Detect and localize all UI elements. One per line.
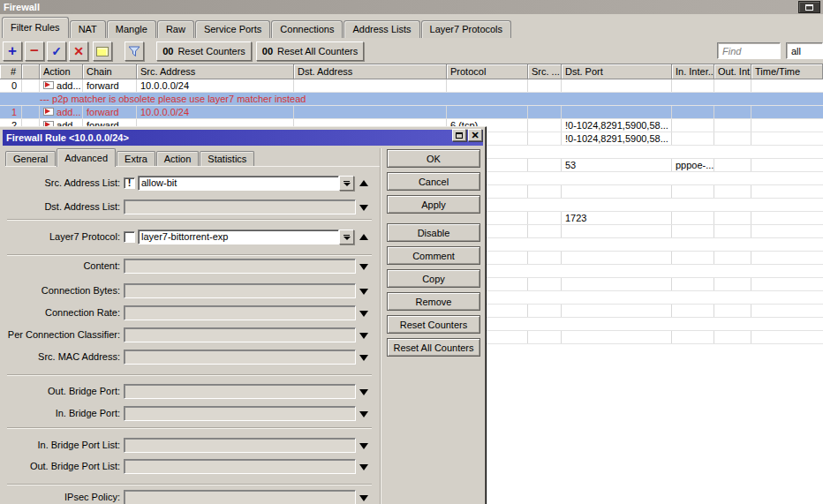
per-connection-classifier-combo[interactable] bbox=[124, 327, 356, 342]
out-bridge-port-combo[interactable] bbox=[124, 384, 356, 399]
dialog-titlebar[interactable]: Firewall Rule <10.0.0.0/24> bbox=[3, 130, 483, 146]
rule-dst-port-cell: !0-1024,8291,5900,58... bbox=[562, 119, 672, 132]
comment-button[interactable]: Comment bbox=[387, 246, 480, 265]
layer7-protocol-input[interactable]: layer7-bittorrent-exp bbox=[138, 229, 339, 244]
col-header-in-interface[interactable]: In. Inter... bbox=[672, 64, 714, 79]
rule-src-cell: 10.0.0.0/24 bbox=[137, 79, 294, 92]
cancel-button[interactable]: Cancel bbox=[387, 172, 480, 191]
col-header-action[interactable]: Action bbox=[40, 64, 83, 79]
dst-address-list-combo[interactable] bbox=[124, 199, 356, 214]
dropdown-arrow-icon[interactable] bbox=[359, 411, 368, 417]
maximize-button[interactable] bbox=[798, 1, 820, 13]
src-address-list-negate-toggle[interactable]: ! bbox=[124, 177, 135, 189]
dialog-tab-advanced[interactable]: Advanced bbox=[57, 148, 116, 167]
collapse-up-arrow-icon[interactable] bbox=[359, 180, 368, 186]
table-row[interactable]: 0 add... forward 10.0.0.0/24 bbox=[0, 79, 823, 93]
tab-mangle[interactable]: Mangle bbox=[107, 20, 156, 38]
tab-connections[interactable]: Connections bbox=[271, 20, 343, 38]
dropdown-arrow-icon[interactable] bbox=[359, 311, 368, 317]
rule-dst-port-cell: !0-1024,8291,5900,58... bbox=[562, 132, 672, 145]
tab-address-lists[interactable]: Address Lists bbox=[344, 20, 419, 38]
dropdown-arrow-icon[interactable] bbox=[359, 389, 368, 395]
dropdown-arrow-icon[interactable] bbox=[359, 355, 368, 361]
main-tab-bar: Filter Rules NAT Mangle Raw Service Port… bbox=[0, 14, 823, 38]
dialog-close-button[interactable]: ✕ bbox=[468, 129, 482, 141]
filter-button[interactable] bbox=[125, 41, 144, 61]
remove-rule-button[interactable]: − bbox=[25, 41, 44, 61]
dropdown-arrow-icon[interactable] bbox=[359, 205, 368, 211]
dropdown-arrow-icon[interactable] bbox=[359, 495, 368, 501]
add-rule-button[interactable]: + bbox=[3, 41, 22, 61]
in-bridge-port-list-label: In. Bridge Port List: bbox=[4, 438, 120, 453]
counters-zero-badge: 00 bbox=[162, 46, 173, 56]
ok-button[interactable]: OK bbox=[387, 149, 480, 168]
funnel-icon bbox=[128, 46, 140, 57]
dialog-tab-general[interactable]: General bbox=[5, 151, 56, 166]
connection-bytes-combo[interactable] bbox=[124, 283, 356, 298]
in-bridge-port-label: In. Bridge Port: bbox=[4, 406, 120, 421]
reset-all-counters-label: Reset All Counters bbox=[277, 46, 358, 56]
dropdown-arrow-icon[interactable] bbox=[359, 264, 368, 270]
dropdown-arrow-icon[interactable] bbox=[359, 333, 368, 339]
col-header-dst-port[interactable]: Dst. Port bbox=[562, 64, 672, 79]
rule-action-cell: add... bbox=[40, 106, 83, 118]
content-combo[interactable] bbox=[124, 259, 356, 274]
connection-rate-combo[interactable] bbox=[124, 305, 356, 320]
dialog-tab-action[interactable]: Action bbox=[156, 151, 200, 166]
layer7-protocol-negate-toggle[interactable] bbox=[124, 231, 135, 243]
col-header-src-address[interactable]: Src. Address bbox=[137, 64, 294, 79]
dropdown-arrow-icon[interactable] bbox=[359, 464, 368, 470]
comment-rule-button[interactable] bbox=[93, 41, 112, 61]
cross-icon: ✕ bbox=[73, 44, 84, 58]
tab-filter-rules[interactable]: Filter Rules bbox=[2, 17, 69, 38]
dialog-tab-statistics[interactable]: Statistics bbox=[200, 151, 254, 166]
col-header-dst-address[interactable]: Dst. Address bbox=[294, 64, 447, 79]
reset-counters-label: Reset Counters bbox=[177, 46, 245, 56]
src-address-list-input[interactable]: allow-bit bbox=[138, 176, 339, 191]
out-bridge-port-list-combo[interactable] bbox=[124, 459, 356, 474]
in-bridge-port-list-combo[interactable] bbox=[124, 438, 356, 453]
connection-rate-label: Connection Rate: bbox=[4, 305, 120, 320]
src-mac-address-combo[interactable] bbox=[124, 350, 356, 365]
reset-counters-toolbar-button[interactable]: 00 Reset Counters bbox=[156, 41, 252, 61]
col-header-time[interactable]: Time/Time bbox=[751, 64, 823, 79]
rule-action-cell: add... bbox=[40, 79, 83, 92]
dialog-maximize-button[interactable] bbox=[452, 129, 466, 141]
col-header-src-port[interactable]: Src. ... bbox=[528, 64, 562, 79]
layer7-protocol-dropdown-button[interactable] bbox=[339, 229, 354, 244]
reset-all-counters-button[interactable]: Reset All Counters bbox=[387, 338, 480, 357]
window-titlebar[interactable]: Firewall bbox=[0, 0, 823, 14]
reset-counters-button[interactable]: Reset Counters bbox=[387, 315, 480, 334]
rule-flag-cell bbox=[22, 106, 40, 118]
col-header-out-interface[interactable]: Out. Int... bbox=[714, 64, 751, 79]
disable-rule-button[interactable]: ✕ bbox=[69, 41, 88, 61]
remove-button[interactable]: Remove bbox=[387, 292, 480, 311]
reset-all-counters-toolbar-button[interactable]: 00 Reset All Counters bbox=[256, 41, 364, 61]
tab-nat[interactable]: NAT bbox=[70, 20, 106, 38]
table-row-selected[interactable]: 1 add... forward 10.0.0.0/24 bbox=[0, 106, 823, 119]
col-header-icon[interactable] bbox=[22, 64, 40, 79]
drop-down-icon bbox=[344, 237, 351, 240]
dialog-tab-extra[interactable]: Extra bbox=[117, 151, 155, 166]
tab-layer7-protocols[interactable]: Layer7 Protocols bbox=[421, 20, 512, 38]
rule-filter-select[interactable]: all bbox=[786, 42, 823, 59]
col-header-chain[interactable]: Chain bbox=[83, 64, 137, 79]
ipsec-policy-combo[interactable] bbox=[124, 490, 356, 504]
col-header-number[interactable]: # bbox=[0, 64, 22, 79]
rule-chain-cell: forward bbox=[83, 106, 137, 118]
col-header-protocol[interactable]: Protocol bbox=[447, 64, 528, 79]
src-address-list-dropdown-button[interactable] bbox=[339, 176, 354, 191]
dropdown-arrow-icon[interactable] bbox=[359, 289, 368, 295]
enable-rule-button[interactable]: ✓ bbox=[47, 41, 66, 61]
apply-button[interactable]: Apply bbox=[387, 195, 480, 214]
comment-row[interactable]: --- p2p matcher is obsolete please use l… bbox=[0, 93, 823, 106]
disable-button[interactable]: Disable bbox=[387, 223, 480, 242]
dialog-divider bbox=[380, 148, 381, 504]
collapse-up-arrow-icon[interactable] bbox=[359, 234, 368, 240]
in-bridge-port-combo[interactable] bbox=[124, 406, 356, 421]
dropdown-arrow-icon[interactable] bbox=[359, 443, 368, 449]
find-input[interactable]: Find bbox=[717, 42, 781, 59]
tab-service-ports[interactable]: Service Ports bbox=[195, 20, 270, 38]
copy-button[interactable]: Copy bbox=[387, 269, 480, 288]
tab-raw[interactable]: Raw bbox=[157, 20, 194, 38]
